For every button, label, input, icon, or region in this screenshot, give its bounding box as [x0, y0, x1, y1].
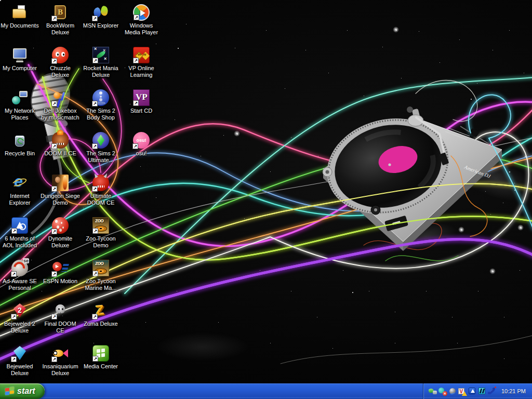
shortcut-arrow-icon [51, 356, 57, 362]
desktop-icon-rocket-mania[interactable]: Rocket Mania Deluxe [81, 47, 121, 78]
shortcut-arrow-icon [92, 314, 98, 320]
desktop-icon-my-documents[interactable]: My Documents [0, 4, 39, 29]
desktop-icon-vp-online[interactable]: VP Online Learning [122, 47, 161, 78]
app-icon [11, 345, 28, 362]
app-icon [92, 175, 109, 191]
icon-label: Start CD [130, 108, 152, 114]
desktop-icon-start-cd[interactable]: Start CD [122, 89, 161, 114]
icon-label: Windows Media Player [122, 22, 161, 36]
shortcut-arrow-icon [92, 101, 98, 107]
icon-label: The Sims 2 Ultimate... [81, 150, 121, 164]
shortcut-arrow-icon [11, 228, 17, 234]
desktop-icon-internet-explorer[interactable]: Internet Explorer [0, 175, 39, 206]
desktop-icon-recycle-bin[interactable]: Recycle Bin [0, 132, 39, 157]
icon-label: Dynomite Deluxe [41, 235, 80, 249]
desktop-icon-bejeweled2[interactable]: Bejeweled 2 Deluxe [0, 302, 39, 334]
start-button[interactable]: start [0, 383, 45, 399]
tray-icon-volume-sphere[interactable] [448, 387, 457, 395]
desktop-icon-doom2[interactable]: DOOM II CE [41, 132, 80, 157]
desktop-icon-espn[interactable]: ESPN Motion [41, 260, 80, 285]
desktop-icon-final-doom[interactable]: Final DOOM CE [41, 302, 80, 334]
icon-label: Final DOOM CE [41, 321, 80, 334]
shortcut-arrow-icon [92, 271, 98, 276]
desktop[interactable]: American DJ My Documents My Computer [0, 0, 532, 399]
tray-icon-antivirus-disabled[interactable] [438, 387, 447, 395]
desktop-icon-aol[interactable]: 6 Months of AOL Included [0, 217, 39, 249]
icon-label: My Documents [1, 22, 38, 29]
desktop-icon-chuzzle[interactable]: Chuzzle Deluxe [41, 47, 80, 78]
desktop-icon-media-center[interactable]: Media Center [81, 345, 121, 370]
shortcut-arrow-icon [133, 58, 139, 63]
tray-icon-group [429, 387, 496, 395]
desktop-icon-dungeon-siege[interactable]: Dungeon Siege Demo [41, 175, 80, 206]
shortcut-arrow-icon [133, 100, 139, 106]
app-icon [52, 260, 69, 276]
desktop-icon-sims2-ultimate[interactable]: The Sims 2 Ultimate... [81, 132, 121, 164]
desktop-icon-dell-jukebox[interactable]: Dell Jukebox by musicmatch [41, 89, 80, 121]
app-icon [133, 4, 150, 21]
shortcut-arrow-icon [132, 143, 138, 149]
app-icon [11, 89, 28, 106]
app-icon [92, 132, 109, 149]
desktop-icon-dynomite[interactable]: Dynomite Deluxe [41, 217, 80, 249]
shortcut-arrow-icon [11, 271, 17, 277]
desktop-icon-insaniquarium[interactable]: Insaniquarium Deluxe [41, 345, 80, 377]
app-icon [11, 175, 28, 191]
shortcut-arrow-icon [51, 229, 57, 234]
desktop-icon-wmp[interactable]: Windows Media Player [122, 4, 161, 36]
desktop-icon-msn[interactable]: MSN Explorer [81, 4, 121, 29]
taskbar-empty-area[interactable] [45, 383, 423, 399]
shortcut-arrow-icon [11, 356, 17, 362]
desktop-icon-my-computer[interactable]: My Computer [0, 47, 39, 72]
tray-icon-dialup-phone[interactable] [488, 387, 496, 395]
app-icon [92, 302, 109, 319]
windows-flag-icon [5, 387, 15, 395]
taskbar-clock[interactable]: 10:21 PM [501, 388, 526, 394]
shortcut-arrow-icon [51, 58, 57, 64]
icon-label: Rocket Mania Deluxe [81, 65, 121, 78]
tray-icon-musicmatch[interactable] [478, 387, 486, 395]
app-icon [52, 345, 69, 362]
shortcut-arrow-icon [92, 16, 98, 21]
desktop-icon-zoo-tycoon[interactable]: Zoo Tycoon Demo [81, 217, 121, 249]
app-icon [92, 260, 109, 276]
icon-label: Ultimate DOOM CE [81, 193, 121, 206]
shortcut-arrow-icon [92, 58, 98, 63]
icon-label: Ad-Aware SE Personal [0, 278, 39, 291]
icon-label: Zuma Deluxe [84, 321, 117, 327]
app-icon [52, 4, 69, 21]
icon-label: My Computer [3, 65, 37, 72]
desktop-icon-zuma[interactable]: Zuma Deluxe [81, 302, 121, 327]
shortcut-arrow-icon [51, 101, 57, 107]
desktop-icon-bookworm[interactable]: BookWorm Deluxe [41, 4, 80, 36]
icon-label: Dungeon Siege Demo [41, 193, 80, 206]
desktop-icon-adaware[interactable]: Ad-Aware SE Personal [0, 260, 39, 291]
icon-label: Bejeweled 2 Deluxe [0, 321, 39, 334]
tray-icon-green-utility[interactable] [429, 387, 437, 395]
desktop-icon-grid: My Documents My Computer My Network Plac… [0, 0, 171, 383]
app-icon [11, 132, 28, 149]
desktop-icon-zoo-marine[interactable]: Zoo Tycoon Marine Ma... [81, 260, 121, 291]
icon-label: VP Online Learning [122, 65, 161, 78]
app-icon [92, 4, 109, 21]
desktop-icon-bejeweled[interactable]: Bejeweled Deluxe [0, 345, 39, 377]
shortcut-arrow-icon [51, 271, 57, 277]
desktop-icon-ultimate-doom[interactable]: Ultimate DOOM CE [81, 175, 121, 206]
app-icon [133, 47, 150, 63]
icon-label: osu! [136, 150, 147, 157]
app-icon [92, 89, 109, 106]
icon-label: ESPN Motion [43, 278, 77, 285]
shortcut-arrow-icon [92, 356, 98, 362]
app-icon [52, 47, 69, 63]
app-icon [133, 89, 150, 106]
app-icon [52, 89, 69, 106]
tray-icon-aol-messenger[interactable] [468, 387, 476, 395]
app-icon [11, 47, 28, 63]
desktop-icon-sims2-body[interactable]: The Sims 2 Body Shop [81, 89, 121, 121]
icon-label: Bejeweled Deluxe [0, 363, 39, 377]
icon-label: Media Center [84, 363, 118, 370]
desktop-icon-my-network[interactable]: My Network Places [0, 89, 39, 121]
desktop-icon-osu[interactable]: osu! [122, 132, 161, 157]
tray-icon-mcafee-alert[interactable] [458, 387, 467, 395]
icon-label: The Sims 2 Body Shop [81, 108, 121, 121]
